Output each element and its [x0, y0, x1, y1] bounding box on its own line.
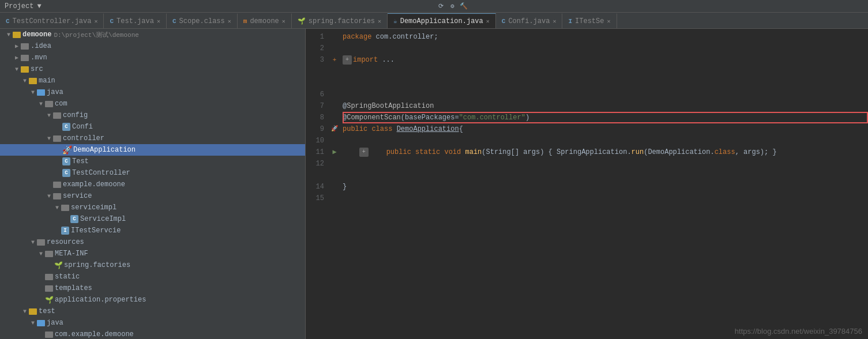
- tab-scope[interactable]: C Scope.class ✕: [167, 13, 238, 28]
- tree-item-label: spring.factories: [64, 261, 130, 269]
- code-content[interactable]: 1 2 3 4 5 6 7 8 9 10 11 12 13 14 15 +: [306, 29, 868, 339]
- tree-item-demoapplication[interactable]: 🚀 DemoApplication: [0, 144, 305, 156]
- tab-close-icon[interactable]: ✕: [486, 18, 490, 25]
- tab-close-icon[interactable]: ✕: [282, 18, 285, 25]
- class-keyword: class: [715, 146, 735, 158]
- tab-close-icon[interactable]: ✕: [157, 18, 160, 25]
- props-icon: 🌱: [45, 296, 53, 304]
- sync-icon[interactable]: ⟳: [436, 2, 445, 11]
- class-ref: DemoApplication: [648, 146, 710, 158]
- com-example-folder-icon: [45, 332, 53, 338]
- springboot-app-icon: 🚀: [62, 145, 72, 155]
- tab-label: Confi.java: [508, 17, 550, 25]
- tree-item-serviceimpl-class[interactable]: C ServiceImpl: [0, 213, 305, 225]
- tab-label: TestController.java: [13, 17, 92, 25]
- tree-item-mvn[interactable]: ▶ .mvn: [0, 52, 305, 63]
- tree-item-spring-factories[interactable]: 🌱 spring.factories: [0, 259, 305, 271]
- tab-close-icon[interactable]: ✕: [94, 18, 97, 25]
- tree-item-meta-inf[interactable]: ▼ META-INF: [0, 248, 305, 259]
- settings-icon[interactable]: ⚙: [448, 2, 457, 11]
- config-folder-icon: [53, 112, 61, 119]
- tree-item-resources[interactable]: ▼ resources: [0, 236, 305, 248]
- tree-item-example-demoone[interactable]: example.demoone: [0, 179, 305, 190]
- line-numbers: 1 2 3 4 5 6 7 8 9 10 11 12 13 14 15: [306, 31, 329, 339]
- svg-rect-12: [37, 239, 45, 246]
- tree-item-label: serviceimpl: [71, 204, 117, 212]
- tree-item-label: .mvn: [31, 54, 47, 62]
- tab-close-icon[interactable]: ✕: [378, 18, 381, 25]
- code-line-3: + import ...: [343, 54, 868, 66]
- java-class-icon: C: [62, 169, 70, 177]
- svg-rect-5: [37, 89, 45, 96]
- tree-item-com-example-demoone[interactable]: com.example.demoone: [0, 329, 305, 339]
- tab-confi[interactable]: C Confi.java ✕: [496, 13, 563, 28]
- svg-rect-11: [61, 205, 69, 211]
- param-value: "com.controller": [459, 112, 525, 123]
- tree-item-java[interactable]: ▼ java: [0, 86, 305, 98]
- tab-close-icon[interactable]: ✕: [228, 18, 231, 25]
- java-folder-icon: [37, 89, 45, 96]
- folder-icon: [21, 55, 29, 61]
- tab-close-icon[interactable]: ✕: [607, 18, 610, 25]
- m-icon: m: [243, 18, 247, 25]
- project-label: Project: [5, 2, 33, 10]
- tree-item-confi[interactable]: C Confi: [0, 121, 305, 133]
- code-line-11: + public static void main ( String [] ar…: [343, 146, 868, 158]
- tree-item-label: TestController: [72, 169, 130, 177]
- tree-item-serviceimpl[interactable]: ▼ serviceimpl: [0, 202, 305, 213]
- project-dropdown[interactable]: Project ▼: [5, 2, 42, 10]
- tree-arrow-icon: ▼: [37, 101, 45, 107]
- annotation-name: SpringBootApplication: [347, 100, 434, 112]
- equals: =: [454, 112, 459, 123]
- tree-item-testcontroller-class[interactable]: C TestController: [0, 167, 305, 179]
- class-icon: C: [172, 18, 176, 25]
- tree-item-controller[interactable]: ▼ controller: [0, 133, 305, 144]
- meta-folder-icon: [45, 251, 53, 257]
- tab-testcontroller[interactable]: C TestController.java ✕: [0, 13, 104, 28]
- tree-item-src[interactable]: ▼ src: [0, 63, 305, 75]
- tree-item-main[interactable]: ▼ main: [0, 75, 305, 86]
- keyword: public: [343, 123, 367, 135]
- example-folder-icon: [53, 182, 61, 188]
- tab-spring-factories[interactable]: 🌱 spring.factories ✕: [292, 13, 388, 28]
- tab-itestse[interactable]: I ITestSe ✕: [562, 13, 617, 28]
- tree-item-label: controller: [63, 134, 104, 142]
- tree-item-path: D:\project\测试\demoone: [54, 31, 138, 39]
- tree-item-label: java: [47, 88, 63, 96]
- tab-demoone[interactable]: m demoone ✕: [238, 13, 292, 28]
- tree-item-label: test: [39, 307, 55, 315]
- code-line-13: [343, 170, 868, 181]
- tree-item-config[interactable]: ▼ config: [0, 110, 305, 121]
- tree-item-templates[interactable]: templates: [0, 282, 305, 294]
- build-icon[interactable]: 🔨: [459, 2, 468, 11]
- tree-item-label: Test: [72, 157, 89, 165]
- tree-item-service[interactable]: ▼ service: [0, 190, 305, 202]
- tree-item-app-props[interactable]: 🌱 application.properties: [0, 294, 305, 306]
- keyword: static: [415, 146, 440, 158]
- tree-container[interactable]: ▼ demoone D:\project\测试\demoone ▶ .idea: [0, 29, 305, 339]
- tree-arrow-icon: ▼: [29, 239, 37, 246]
- tree-item-label: resources: [47, 238, 84, 246]
- tree-item-itestservcie[interactable]: I ITestServcie: [0, 225, 305, 236]
- code-line-9: public class DemoApplication {: [343, 123, 868, 135]
- tree-item-demoone-root[interactable]: ▼ demoone D:\project\测试\demoone: [0, 29, 305, 40]
- tree-arrow-icon: ▼: [37, 251, 45, 257]
- tree-item-static[interactable]: static: [0, 271, 305, 282]
- tab-test[interactable]: C Test.java ✕: [104, 13, 166, 28]
- tree-item-label: .idea: [31, 42, 51, 50]
- tree-item-test-java[interactable]: ▼ java: [0, 317, 305, 329]
- tree-item-test-class[interactable]: C Test: [0, 156, 305, 167]
- tree-arrow-icon: ▼: [13, 66, 21, 73]
- tree-item-test-src[interactable]: ▼ test: [0, 306, 305, 317]
- svg-rect-8: [53, 135, 61, 142]
- tree-arrow-icon: ▶: [13, 43, 21, 50]
- collapse-icon: +: [343, 55, 352, 65]
- svg-rect-17: [37, 320, 45, 326]
- param-type: String: [486, 146, 511, 158]
- tab-demoapplication[interactable]: ☕ DemoApplication.java ✕: [388, 13, 496, 28]
- tree-item-idea[interactable]: ▶ .idea: [0, 40, 305, 52]
- class-name: DemoApplication: [397, 123, 459, 135]
- tab-close-icon[interactable]: ✕: [553, 18, 556, 25]
- code-line-6: [343, 89, 868, 100]
- tree-item-com[interactable]: ▼ com: [0, 98, 305, 110]
